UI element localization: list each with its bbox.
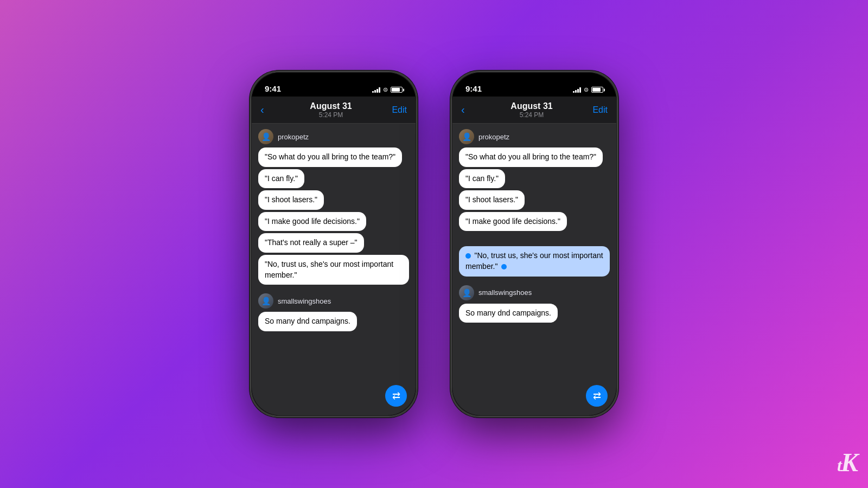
message-group-small-right: smallswingshoes So many dnd campaigns. xyxy=(459,285,610,325)
sender-name-prokopetz-left: prokopetz xyxy=(278,133,309,141)
notch-left xyxy=(301,73,366,87)
battery-fill-left xyxy=(392,88,400,92)
nav-bar-right: ‹ August 31 5:24 PM Edit xyxy=(452,97,616,124)
back-button-left[interactable]: ‹ xyxy=(260,104,277,116)
status-icons-left: ⊜ xyxy=(372,86,403,93)
nav-title-right: August 31 5:24 PM xyxy=(477,101,586,119)
avatar-prokopetz-left xyxy=(258,129,273,144)
bubble-left-2[interactable]: "I can fly." xyxy=(258,169,304,189)
signal-bars-left xyxy=(372,87,380,93)
compose-button-left[interactable]: ⇄ xyxy=(385,385,407,407)
signal-bars-right xyxy=(573,87,581,93)
avatar-smallswingshoes-right xyxy=(459,285,474,300)
phones-container: 9:41 ⊜ ‹ August 31 5:24 PM xyxy=(250,70,618,418)
watermark-t: t xyxy=(837,455,841,475)
watermark: tK xyxy=(837,447,857,477)
chat-content-right: prokopetz "So what do you all bring to t… xyxy=(452,124,616,337)
bubble-left-6[interactable]: "No, trust us, she's our most important … xyxy=(258,255,409,285)
nav-title-main-right: August 31 xyxy=(477,101,586,111)
compose-button-right[interactable]: ⇄ xyxy=(586,385,608,407)
wifi-icon-right: ⊜ xyxy=(584,86,589,93)
bubble-right-1[interactable]: "So what do you all bring to the team?" xyxy=(459,147,603,167)
notch-right xyxy=(502,73,567,87)
message-group-prokopetz-left: prokopetz "So what do you all bring to t… xyxy=(258,129,409,287)
edit-button-left[interactable]: Edit xyxy=(385,105,407,115)
message-group-prokopetz-right: prokopetz "So what do you all bring to t… xyxy=(459,129,610,279)
chat-area-right: prokopetz "So what do you all bring to t… xyxy=(452,124,616,415)
bubble-left-3[interactable]: "I shoot lasers." xyxy=(258,190,324,210)
bubble-right-5-selected[interactable]: "No, trust us, she's our most important … xyxy=(459,246,610,276)
phone-left: 9:41 ⊜ ‹ August 31 5:24 PM xyxy=(250,70,418,418)
sender-row-small-left: smallswingshoes xyxy=(258,293,409,309)
selection-handle-left xyxy=(465,253,471,259)
nav-subtitle-right: 5:24 PM xyxy=(477,111,586,119)
bubble-left-4[interactable]: "I make good life decisions." xyxy=(258,212,366,232)
watermark-k: K xyxy=(841,448,857,477)
nav-title-main-left: August 31 xyxy=(277,101,385,111)
compose-icon-left: ⇄ xyxy=(392,390,400,402)
sender-name-small-left: smallswingshoes xyxy=(278,297,331,305)
sender-row-prokopetz-left: prokopetz xyxy=(258,129,409,144)
phone-right-inner: 9:41 ⊜ ‹ August 31 5:24 PM xyxy=(452,73,616,415)
edit-button-right[interactable]: Edit xyxy=(586,105,608,115)
sender-row-prokopetz-right: prokopetz xyxy=(459,129,610,144)
bubble-left-5[interactable]: "That's not really a super –" xyxy=(258,233,364,253)
message-group-small-left: smallswingshoes So many dnd campaigns. xyxy=(258,293,409,333)
phone-right: 9:41 ⊜ ‹ August 31 5:24 PM xyxy=(450,70,618,418)
bubble-left-1[interactable]: "So what do you all bring to the team?" xyxy=(258,147,402,167)
compose-icon-right: ⇄ xyxy=(593,390,601,402)
sender-name-prokopetz-right: prokopetz xyxy=(478,133,509,141)
bubble-right-3[interactable]: "I shoot lasers." xyxy=(459,190,525,210)
avatar-smallswingshoes-left xyxy=(258,293,273,309)
bubble-right-2[interactable]: "I can fly." xyxy=(459,169,505,189)
bubble-left-small-1[interactable]: So many dnd campaigns. xyxy=(258,312,357,331)
chat-area-left: prokopetz "So what do you all bring to t… xyxy=(252,124,416,415)
selection-handle-right xyxy=(501,264,507,269)
bubble-right-small-1[interactable]: So many dnd campaigns. xyxy=(459,304,558,323)
sender-row-small-right: smallswingshoes xyxy=(459,285,610,300)
phone-left-inner: 9:41 ⊜ ‹ August 31 5:24 PM xyxy=(252,73,416,415)
battery-icon-right xyxy=(591,87,603,93)
avatar-prokopetz-right xyxy=(459,129,474,144)
bubble-right-4[interactable]: "I make good life decisions." xyxy=(459,212,567,232)
back-button-right[interactable]: ‹ xyxy=(461,104,477,116)
battery-fill-right xyxy=(592,88,601,92)
battery-icon-left xyxy=(391,87,403,93)
nav-subtitle-left: 5:24 PM xyxy=(277,111,385,119)
wifi-icon-left: ⊜ xyxy=(383,86,388,93)
nav-bar-left: ‹ August 31 5:24 PM Edit xyxy=(252,97,416,124)
nav-title-left: August 31 5:24 PM xyxy=(277,101,385,119)
chat-content-left: prokopetz "So what do you all bring to t… xyxy=(252,124,416,345)
status-icons-right: ⊜ xyxy=(573,86,603,93)
sender-name-small-right: smallswingshoes xyxy=(478,288,532,297)
